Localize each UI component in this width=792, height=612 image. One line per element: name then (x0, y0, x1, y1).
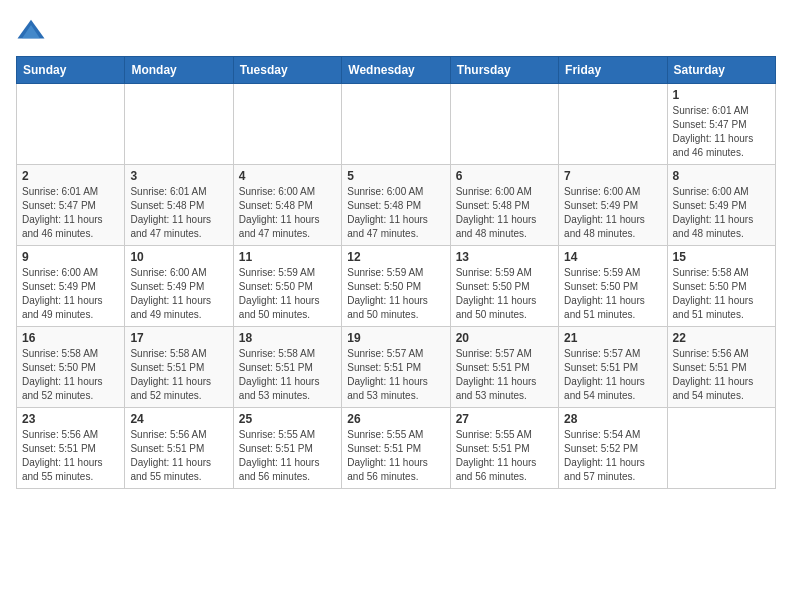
calendar-day-cell: 8Sunrise: 6:00 AM Sunset: 5:49 PM Daylig… (667, 165, 775, 246)
day-info: Sunrise: 5:57 AM Sunset: 5:51 PM Dayligh… (347, 347, 444, 403)
day-number: 20 (456, 331, 553, 345)
logo-icon (16, 16, 46, 46)
calendar-week-row: 2Sunrise: 6:01 AM Sunset: 5:47 PM Daylig… (17, 165, 776, 246)
calendar-day-cell: 11Sunrise: 5:59 AM Sunset: 5:50 PM Dayli… (233, 246, 341, 327)
day-info: Sunrise: 5:55 AM Sunset: 5:51 PM Dayligh… (347, 428, 444, 484)
calendar-day-cell (559, 84, 667, 165)
day-info: Sunrise: 6:01 AM Sunset: 5:48 PM Dayligh… (130, 185, 227, 241)
day-info: Sunrise: 5:54 AM Sunset: 5:52 PM Dayligh… (564, 428, 661, 484)
calendar-week-row: 23Sunrise: 5:56 AM Sunset: 5:51 PM Dayli… (17, 408, 776, 489)
calendar-day-cell: 7Sunrise: 6:00 AM Sunset: 5:49 PM Daylig… (559, 165, 667, 246)
calendar-week-row: 1Sunrise: 6:01 AM Sunset: 5:47 PM Daylig… (17, 84, 776, 165)
day-info: Sunrise: 5:59 AM Sunset: 5:50 PM Dayligh… (239, 266, 336, 322)
day-number: 3 (130, 169, 227, 183)
day-info: Sunrise: 6:00 AM Sunset: 5:48 PM Dayligh… (347, 185, 444, 241)
calendar-day-cell: 1Sunrise: 6:01 AM Sunset: 5:47 PM Daylig… (667, 84, 775, 165)
day-of-week-header: Saturday (667, 57, 775, 84)
day-info: Sunrise: 5:57 AM Sunset: 5:51 PM Dayligh… (456, 347, 553, 403)
day-info: Sunrise: 5:57 AM Sunset: 5:51 PM Dayligh… (564, 347, 661, 403)
day-info: Sunrise: 6:01 AM Sunset: 5:47 PM Dayligh… (22, 185, 119, 241)
day-info: Sunrise: 5:56 AM Sunset: 5:51 PM Dayligh… (130, 428, 227, 484)
day-number: 13 (456, 250, 553, 264)
day-info: Sunrise: 5:55 AM Sunset: 5:51 PM Dayligh… (456, 428, 553, 484)
calendar-day-cell: 12Sunrise: 5:59 AM Sunset: 5:50 PM Dayli… (342, 246, 450, 327)
day-number: 28 (564, 412, 661, 426)
day-number: 23 (22, 412, 119, 426)
day-number: 9 (22, 250, 119, 264)
calendar-day-cell: 18Sunrise: 5:58 AM Sunset: 5:51 PM Dayli… (233, 327, 341, 408)
calendar-day-cell (17, 84, 125, 165)
calendar-day-cell: 13Sunrise: 5:59 AM Sunset: 5:50 PM Dayli… (450, 246, 558, 327)
logo (16, 16, 50, 46)
calendar-day-cell: 28Sunrise: 5:54 AM Sunset: 5:52 PM Dayli… (559, 408, 667, 489)
day-info: Sunrise: 5:58 AM Sunset: 5:50 PM Dayligh… (673, 266, 770, 322)
day-info: Sunrise: 6:00 AM Sunset: 5:49 PM Dayligh… (130, 266, 227, 322)
calendar-day-cell: 26Sunrise: 5:55 AM Sunset: 5:51 PM Dayli… (342, 408, 450, 489)
day-number: 8 (673, 169, 770, 183)
day-number: 6 (456, 169, 553, 183)
calendar-day-cell: 16Sunrise: 5:58 AM Sunset: 5:50 PM Dayli… (17, 327, 125, 408)
calendar-day-cell: 9Sunrise: 6:00 AM Sunset: 5:49 PM Daylig… (17, 246, 125, 327)
calendar-day-cell: 6Sunrise: 6:00 AM Sunset: 5:48 PM Daylig… (450, 165, 558, 246)
day-info: Sunrise: 5:58 AM Sunset: 5:50 PM Dayligh… (22, 347, 119, 403)
day-of-week-header: Monday (125, 57, 233, 84)
day-number: 2 (22, 169, 119, 183)
calendar-day-cell: 19Sunrise: 5:57 AM Sunset: 5:51 PM Dayli… (342, 327, 450, 408)
day-of-week-header: Wednesday (342, 57, 450, 84)
day-info: Sunrise: 6:00 AM Sunset: 5:49 PM Dayligh… (673, 185, 770, 241)
day-number: 27 (456, 412, 553, 426)
day-number: 7 (564, 169, 661, 183)
calendar-day-cell: 3Sunrise: 6:01 AM Sunset: 5:48 PM Daylig… (125, 165, 233, 246)
day-number: 14 (564, 250, 661, 264)
day-number: 12 (347, 250, 444, 264)
day-number: 22 (673, 331, 770, 345)
day-info: Sunrise: 6:00 AM Sunset: 5:48 PM Dayligh… (239, 185, 336, 241)
day-info: Sunrise: 5:59 AM Sunset: 5:50 PM Dayligh… (564, 266, 661, 322)
calendar-day-cell (667, 408, 775, 489)
page-header (16, 16, 776, 46)
calendar-day-cell (450, 84, 558, 165)
day-number: 16 (22, 331, 119, 345)
day-info: Sunrise: 5:55 AM Sunset: 5:51 PM Dayligh… (239, 428, 336, 484)
day-info: Sunrise: 5:56 AM Sunset: 5:51 PM Dayligh… (673, 347, 770, 403)
day-number: 26 (347, 412, 444, 426)
calendar-day-cell: 17Sunrise: 5:58 AM Sunset: 5:51 PM Dayli… (125, 327, 233, 408)
calendar-day-cell: 25Sunrise: 5:55 AM Sunset: 5:51 PM Dayli… (233, 408, 341, 489)
day-info: Sunrise: 5:58 AM Sunset: 5:51 PM Dayligh… (239, 347, 336, 403)
day-of-week-header: Tuesday (233, 57, 341, 84)
calendar-day-cell (125, 84, 233, 165)
calendar-day-cell: 27Sunrise: 5:55 AM Sunset: 5:51 PM Dayli… (450, 408, 558, 489)
day-info: Sunrise: 6:00 AM Sunset: 5:49 PM Dayligh… (22, 266, 119, 322)
day-number: 19 (347, 331, 444, 345)
day-number: 17 (130, 331, 227, 345)
day-info: Sunrise: 6:00 AM Sunset: 5:49 PM Dayligh… (564, 185, 661, 241)
calendar-day-cell: 20Sunrise: 5:57 AM Sunset: 5:51 PM Dayli… (450, 327, 558, 408)
day-of-week-header: Thursday (450, 57, 558, 84)
calendar-week-row: 9Sunrise: 6:00 AM Sunset: 5:49 PM Daylig… (17, 246, 776, 327)
day-info: Sunrise: 6:01 AM Sunset: 5:47 PM Dayligh… (673, 104, 770, 160)
calendar-table: SundayMondayTuesdayWednesdayThursdayFrid… (16, 56, 776, 489)
calendar-day-cell (342, 84, 450, 165)
calendar-day-cell: 5Sunrise: 6:00 AM Sunset: 5:48 PM Daylig… (342, 165, 450, 246)
calendar-day-cell: 24Sunrise: 5:56 AM Sunset: 5:51 PM Dayli… (125, 408, 233, 489)
day-number: 18 (239, 331, 336, 345)
day-number: 24 (130, 412, 227, 426)
day-info: Sunrise: 6:00 AM Sunset: 5:48 PM Dayligh… (456, 185, 553, 241)
calendar-day-cell: 4Sunrise: 6:00 AM Sunset: 5:48 PM Daylig… (233, 165, 341, 246)
day-number: 15 (673, 250, 770, 264)
calendar-day-cell (233, 84, 341, 165)
day-info: Sunrise: 5:58 AM Sunset: 5:51 PM Dayligh… (130, 347, 227, 403)
day-of-week-header: Friday (559, 57, 667, 84)
day-number: 21 (564, 331, 661, 345)
calendar-week-row: 16Sunrise: 5:58 AM Sunset: 5:50 PM Dayli… (17, 327, 776, 408)
day-number: 5 (347, 169, 444, 183)
day-number: 25 (239, 412, 336, 426)
calendar-day-cell: 23Sunrise: 5:56 AM Sunset: 5:51 PM Dayli… (17, 408, 125, 489)
calendar-day-cell: 10Sunrise: 6:00 AM Sunset: 5:49 PM Dayli… (125, 246, 233, 327)
calendar-day-cell: 22Sunrise: 5:56 AM Sunset: 5:51 PM Dayli… (667, 327, 775, 408)
day-info: Sunrise: 5:59 AM Sunset: 5:50 PM Dayligh… (456, 266, 553, 322)
day-info: Sunrise: 5:56 AM Sunset: 5:51 PM Dayligh… (22, 428, 119, 484)
calendar-day-cell: 14Sunrise: 5:59 AM Sunset: 5:50 PM Dayli… (559, 246, 667, 327)
day-number: 1 (673, 88, 770, 102)
calendar-day-cell: 2Sunrise: 6:01 AM Sunset: 5:47 PM Daylig… (17, 165, 125, 246)
